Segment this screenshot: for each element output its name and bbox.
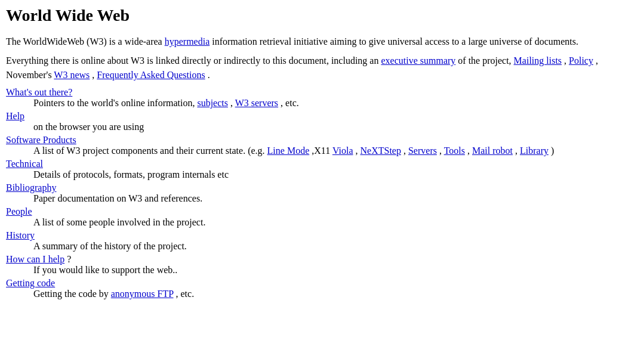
section-whats-out-there: What's out there? Pointers to the world'… [6,87,638,109]
intro-paragraph-1: The WorldWideWeb (W3) is a wide-area hyp… [6,35,638,49]
bibliography-link[interactable]: Bibliography [6,182,638,193]
w3-servers-link[interactable]: W3 servers [235,98,278,108]
people-link[interactable]: People [6,206,638,217]
faq-link[interactable]: Frequently Asked Questions [97,70,205,80]
subjects-link[interactable]: subjects [197,98,228,108]
line-mode-link[interactable]: Line Mode [267,146,310,156]
whats-out-there-desc: Pointers to the world's online informati… [6,98,638,109]
section-software-products: Software Products A list of W3 project c… [6,135,638,156]
policy-link[interactable]: Policy [569,55,593,66]
section-how-can-i-help: How can I help ? If you would like to su… [6,254,638,276]
section-technical: Technical Details of protocols, formats,… [6,159,638,180]
viola-link[interactable]: Viola [332,146,353,156]
bibliography-desc: Paper documentation on W3 and references… [6,193,638,204]
help-desc: on the browser you are using [6,122,638,132]
section-bibliography: Bibliography Paper documentation on W3 a… [6,182,638,204]
section-history: History A summary of the history of the … [6,230,638,252]
anonymous-ftp-link[interactable]: anonymous FTP [111,289,174,299]
intro1-text-before: The WorldWideWeb (W3) is a wide-area [6,36,165,47]
page-title: World Wide Web [6,6,638,25]
nextstep-link[interactable]: NeXTStep [360,146,401,156]
whats-out-there-link[interactable]: What's out there? [6,87,638,98]
help-link[interactable]: Help [6,111,638,122]
people-desc: A list of some people involved in the pr… [6,217,638,228]
mail-robot-link[interactable]: Mail robot [472,146,513,156]
getting-code-link[interactable]: Getting code [6,278,638,289]
intro1-text-after: information retrieval initiative aiming … [209,36,578,47]
history-link[interactable]: History [6,230,638,241]
hypermedia-link[interactable]: hypermedia [165,36,210,47]
technical-link[interactable]: Technical [6,159,638,169]
w3-news-link[interactable]: W3 news [54,70,90,80]
software-products-desc: A list of W3 project components and thei… [6,146,638,156]
executive-summary-link[interactable]: executive summary [381,55,455,66]
how-can-i-help-desc: If you would like to support the web.. [6,265,638,276]
sections-list: What's out there? Pointers to the world'… [6,87,638,299]
mailing-lists-link[interactable]: Mailing lists [514,55,562,66]
how-can-i-help-link[interactable]: How can I help [6,254,64,264]
how-can-i-help-container: How can I help ? [6,254,638,265]
technical-desc: Details of protocols, formats, program i… [6,169,638,180]
servers-link[interactable]: Servers [408,146,437,156]
intro-paragraph-2: Everything there is online about W3 is l… [6,54,638,82]
tools-link[interactable]: Tools [444,146,465,156]
section-help: Help on the browser you are using [6,111,638,132]
section-people: People A list of some people involved in… [6,206,638,228]
getting-code-desc: Getting the code by anonymous FTP , etc. [6,289,638,299]
section-getting-code: Getting code Getting the code by anonymo… [6,278,638,299]
library-link[interactable]: Library [520,146,549,156]
software-products-link[interactable]: Software Products [6,135,638,146]
history-desc: A summary of the history of the project. [6,241,638,252]
